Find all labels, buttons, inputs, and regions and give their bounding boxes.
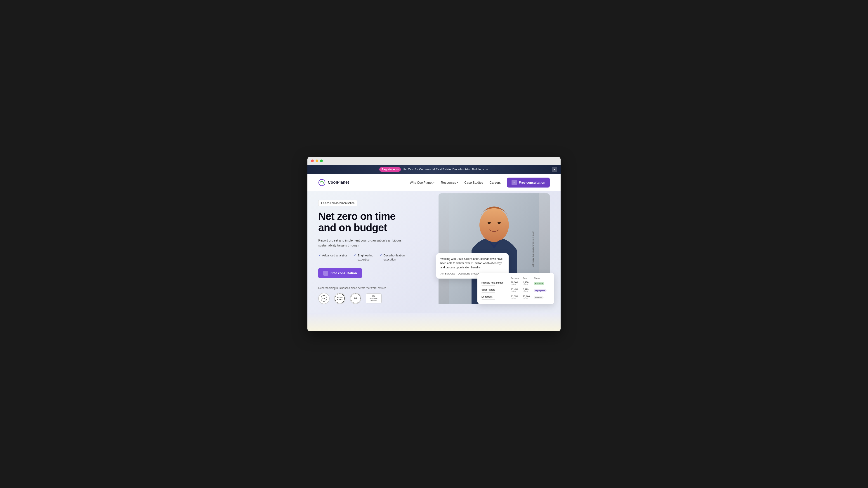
svg-point-13 <box>479 208 509 242</box>
feature-engineering-expertise: ✓ Engineeringexpertise <box>354 254 373 262</box>
logo-icon <box>318 179 326 186</box>
col-header-status: Status <box>533 276 551 280</box>
banner-close-button[interactable]: × <box>552 167 557 172</box>
hero-left: End-to-end decarbonisation Net zero on t… <box>318 191 430 304</box>
bottom-section <box>307 313 561 331</box>
client-logo-hilton: HILTON FOODS <box>334 293 345 304</box>
table-row: Replace heat pumps 19,200 Rated 4,950 Ra… <box>480 280 551 287</box>
browser-chrome <box>307 157 561 165</box>
announcement-banner: Register now Net Zero for Commercial Rea… <box>307 165 561 174</box>
hero-section: End-to-end decarbonisation Net zero on t… <box>307 191 561 313</box>
status-badge: Realised <box>534 282 544 285</box>
nav-resources[interactable]: Resources ▾ <box>441 181 458 184</box>
minimize-dot[interactable] <box>315 160 318 162</box>
nav-careers[interactable]: Careers <box>490 181 501 184</box>
col-header-savings: Savings <box>510 276 522 280</box>
status-badge: In progress <box>534 289 547 292</box>
col-header-cost: Cost <box>522 276 533 280</box>
hero-tag: End-to-end decarbonisation <box>318 200 358 206</box>
banner-text: Net Zero for Commercial Real Estate: Dec… <box>403 168 484 171</box>
clients-section: Decarbonising businesses since before 'n… <box>318 287 430 304</box>
row-label: Replace heat pumps <box>482 282 503 284</box>
svg-text:Dairy Farmers: Dairy Farmers <box>370 298 377 299</box>
check-icon: ✓ <box>354 254 356 257</box>
arrow-right-icon: → <box>323 271 328 275</box>
banner-arrow-icon: → <box>486 168 489 171</box>
feature-decarbonisation: ✓ Decarbonisationexecution <box>379 254 405 262</box>
svg-text:of America: of America <box>371 300 377 301</box>
check-icon: ✓ <box>379 254 382 257</box>
data-card: Savings Cost Status Replace heat pumps <box>477 273 554 304</box>
table-row: Solar Panels 17,450 Rated 8,999 Rated <box>480 287 551 294</box>
nav-free-consultation-button[interactable]: → Free consultation <box>507 177 550 188</box>
hero-cta-button[interactable]: → Free consultation <box>318 268 362 278</box>
svg-point-0 <box>319 180 325 186</box>
register-badge[interactable]: Register now <box>379 167 401 172</box>
maximize-dot[interactable] <box>320 160 323 162</box>
close-dot[interactable] <box>311 160 314 162</box>
nav-case-studies[interactable]: Case Studies <box>464 181 483 184</box>
svg-text:GE: GE <box>322 297 325 300</box>
savings-table: Savings Cost Status Replace heat pumps <box>480 276 551 301</box>
feature-advanced-analytics: ✓ Advanced analytics <box>318 254 347 262</box>
hero-heading: Net zero on time and on budget <box>318 210 430 233</box>
chevron-down-icon: ▾ <box>433 181 434 184</box>
table-row: EV retrofit 12,350 Saved 22,100 Saved <box>480 294 551 301</box>
browser-window: Register now Net Zero for Commercial Rea… <box>307 157 561 331</box>
arrow-right-icon: → <box>512 180 517 185</box>
hero-subtext: Report on, set and implement your organi… <box>318 238 413 248</box>
check-icon: ✓ <box>318 254 321 257</box>
status-badge: On hold <box>534 296 544 299</box>
svg-point-14 <box>488 222 491 224</box>
row-label: Solar Panels <box>482 289 495 291</box>
hero-right: David Collins, Engineering Manager Worki… <box>438 191 550 304</box>
client-logo-bt: BT <box>350 293 361 304</box>
client-logo-ge: GE <box>318 293 330 304</box>
nav-links: Why CoolPlanet ▾ Resources ▾ Case Studie… <box>410 177 550 188</box>
svg-text:BT: BT <box>354 297 358 300</box>
clients-tagline: Decarbonising businesses since before 'n… <box>318 287 430 290</box>
row-label: EV retrofit <box>482 295 492 298</box>
logo-text: CoolPlanet <box>328 180 349 185</box>
col-header-item <box>480 276 510 280</box>
testimonial-text: Working with David Collins and CoolPlane… <box>440 257 504 270</box>
svg-point-15 <box>498 222 501 224</box>
svg-text:DFA: DFA <box>372 295 375 297</box>
person-title-label: David Collins, Engineering Manager <box>532 231 535 267</box>
client-logos: GE HILTON FOODS <box>318 293 430 304</box>
logo[interactable]: CoolPlanet <box>318 179 349 186</box>
client-logo-dfa: DFA Dairy Farmers of America <box>366 293 381 303</box>
feature-list: ✓ Advanced analytics ✓ Engineeringexpert… <box>318 254 430 262</box>
nav-why-coolplanet[interactable]: Why CoolPlanet ▾ <box>410 181 434 184</box>
chevron-down-icon: ▾ <box>457 181 458 184</box>
navbar: CoolPlanet Why CoolPlanet ▾ Resources ▾ … <box>307 174 561 191</box>
page-content: Register now Net Zero for Commercial Rea… <box>307 165 561 331</box>
svg-text:FOODS: FOODS <box>337 299 342 300</box>
svg-text:HILTON: HILTON <box>337 297 342 298</box>
